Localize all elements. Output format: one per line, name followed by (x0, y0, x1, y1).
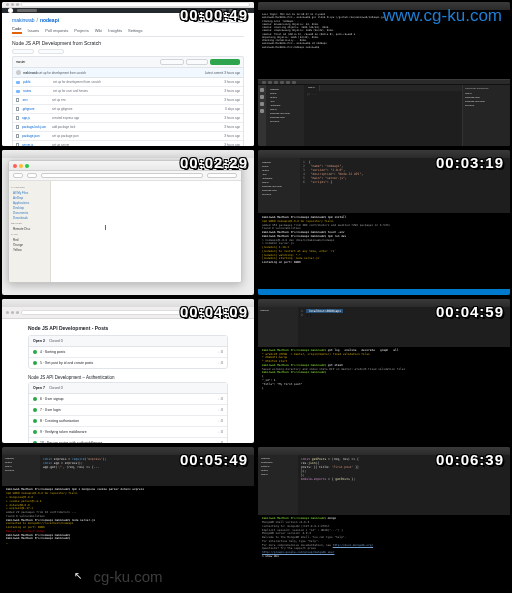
timestamp: 00:00:49 (180, 6, 248, 23)
issue-row[interactable]: 4 · Sorting posts□ 0 (29, 347, 227, 358)
file-row[interactable]: publicset up for development from scratc… (13, 78, 243, 87)
open-issue-icon (33, 408, 37, 412)
issue-row[interactable]: 8 · Creating authorization□ 0 (29, 416, 227, 427)
upload-button[interactable] (186, 59, 208, 65)
sidebar[interactable]: FAVORITESAll My FilesAirDropApplications… (9, 181, 51, 281)
browser-window: makinwab / nodeapi Code Issues Pull requ… (2, 2, 254, 146)
watermark-faded: cg-ku.com (93, 568, 162, 585)
file-row[interactable]: .gitignoreset up gitignore6 days ago (13, 105, 243, 114)
folder-icon (16, 81, 20, 84)
file-icon (16, 143, 19, 146)
repo-description: Node JS API Development from Scratch (12, 40, 244, 46)
new-pr-button[interactable] (38, 49, 64, 54)
timestamp: 00:06:39 (436, 451, 504, 468)
explorer[interactable]: nodeapipublicroutes.env.gitignoreapp.jsp… (258, 158, 300, 213)
thumb-4[interactable]: 00:03:19 nodeapipublicroutes.env.gitigno… (258, 150, 510, 294)
issue-row[interactable]: 7 · User login□ 0 (29, 405, 227, 416)
sidebar-item[interactable]: Remote Disc (11, 226, 48, 231)
file-icon (16, 116, 19, 120)
thumb-7[interactable]: 00:05:49 cg-ku.com nodeapiroutesapp.jsse… (2, 447, 254, 591)
file-icon (16, 98, 19, 102)
file-toolbar: master (12, 56, 244, 68)
repo-link[interactable]: nodeapi (40, 17, 59, 23)
tab-pr[interactable]: Pull requests (45, 26, 68, 34)
milestone-card-2: Open 7Closed 0 6 · User signup□ 07 · Use… (28, 382, 228, 443)
close-icon[interactable] (13, 164, 17, 168)
sidebar-item[interactable]: Downloads (11, 215, 48, 220)
thumb-5[interactable]: 00:04:09 Node JS API Development - Posts… (2, 299, 254, 443)
editor[interactable]: app.js // ... (304, 85, 462, 146)
issue-row[interactable]: 5 · Get post by id and create posts□ 0 (29, 358, 227, 368)
issue-row[interactable]: 6 · User signup□ 0 (29, 394, 227, 405)
file-row[interactable]: server.jsset up server3 hours ago (13, 141, 243, 146)
search-field[interactable] (207, 173, 237, 178)
folder-icon (16, 90, 20, 93)
status-bar (258, 289, 510, 295)
tab-wiki[interactable]: Wiki (95, 26, 103, 34)
avatar (16, 70, 21, 75)
file-row[interactable]: app.jscreated express app3 hours ago (13, 114, 243, 123)
latest-commit-row[interactable]: makinwab set up for development from scr… (13, 68, 243, 78)
tab-issues[interactable]: Issues (28, 26, 40, 34)
thumb-8[interactable]: 00:06:39 nodeapicontrollersposts.jsroute… (258, 447, 510, 591)
open-issue-icon (33, 419, 37, 423)
clone-button[interactable] (210, 59, 240, 65)
explorer[interactable]: nodeapipublicroutes.env.gitignoreapp.jsp… (266, 85, 304, 146)
file-row[interactable]: package.jsonset up package json3 hours a… (13, 132, 243, 141)
file-row[interactable]: routesset up for user and heroes3 hours … (13, 87, 243, 96)
timestamp: 00:04:59 (436, 303, 504, 320)
toolbar (9, 171, 241, 181)
open-issue-icon (33, 361, 37, 365)
file-row[interactable]: package-lock.jsonadd package lock3 hours… (13, 123, 243, 132)
thumb-6[interactable]: 00:04:59 nodeapi 1 localhost:8080/api 2 … (258, 299, 510, 443)
minimize-icon[interactable] (19, 164, 23, 168)
activity-bar[interactable] (258, 85, 266, 146)
issue-row[interactable]: 10 · Secure routes with auth middleware□… (29, 438, 227, 443)
open-issue-icon (33, 430, 37, 434)
terminal[interactable]: makinwab-MacBook-Pro:nodeapi makinwab$ m… (258, 515, 510, 591)
file-row[interactable]: .envset up env3 hours ago (13, 96, 243, 105)
back-button[interactable] (13, 173, 23, 178)
text-cursor-icon: I (104, 223, 106, 232)
thumb-2[interactable]: www.cg-ku.com Last login: Mon Jun 10 10:… (258, 2, 510, 146)
timestamp: 00:04:09 (180, 303, 248, 320)
content-area[interactable]: I (51, 181, 241, 281)
explorer[interactable]: nodeapi (258, 307, 298, 347)
sidebar-item[interactable]: Yellow (11, 247, 48, 252)
file-icon (16, 125, 19, 129)
source-control-panel[interactable]: SOURCE CONTROL app.jspackage.jsonpackage… (462, 85, 510, 146)
tab-settings[interactable]: Settings (128, 26, 142, 34)
terminal[interactable]: makinwab-MacBook-Pro:nodeapi makinwab$ g… (258, 347, 510, 443)
branch-label: master (16, 60, 25, 64)
file-icon (16, 134, 19, 138)
timestamp: 00:03:19 (436, 154, 504, 171)
owner-link[interactable]: makinwab (12, 17, 35, 23)
watermark: www.cg-ku.com (383, 6, 502, 26)
tab-insights[interactable]: Insights (108, 26, 122, 34)
thumb-1[interactable]: 00:00:49 makinwab / nodeapi Co (2, 2, 254, 146)
explorer[interactable]: nodeapicontrollersposts.jsroutesapp.js (258, 455, 298, 516)
explorer[interactable]: nodeapiroutesapp.jsserver.js (2, 455, 40, 487)
thumb-3[interactable]: 00:02:29 FAVORITESAll My FilesAirDropApp… (2, 150, 254, 294)
terminal[interactable]: makinwab-MacBook-Pro:nodeapi makinwab$ n… (258, 213, 510, 288)
tab-projects[interactable]: Projects (74, 26, 88, 34)
repo-tabs: Code Issues Pull requests Projects Wiki … (12, 26, 244, 37)
mouse-cursor-icon: ↖ (74, 570, 82, 581)
create-file-button[interactable] (160, 59, 184, 65)
tab-code[interactable]: Code (12, 26, 22, 34)
file-list: makinwab set up for development from scr… (12, 68, 244, 146)
zoom-icon[interactable] (25, 164, 29, 168)
editor-tab[interactable]: app.js (304, 85, 320, 91)
timestamp: 00:05:49 (180, 451, 248, 468)
page-title: Node JS API Development - Posts (28, 325, 228, 331)
timestamp: 00:02:29 (180, 154, 248, 171)
file-icon (16, 107, 19, 111)
branch-select[interactable] (12, 49, 34, 54)
open-issue-icon (33, 441, 37, 443)
thumbnail-grid: 00:00:49 makinwab / nodeapi Co (0, 0, 512, 593)
view-button[interactable] (27, 173, 37, 178)
finder-window: FAVORITESAll My FilesAirDropApplications… (8, 160, 242, 282)
open-issue-icon (33, 350, 37, 354)
issue-row[interactable]: 9 · Verifying token middleware□ 0 (29, 427, 227, 438)
open-issue-icon (33, 397, 37, 401)
